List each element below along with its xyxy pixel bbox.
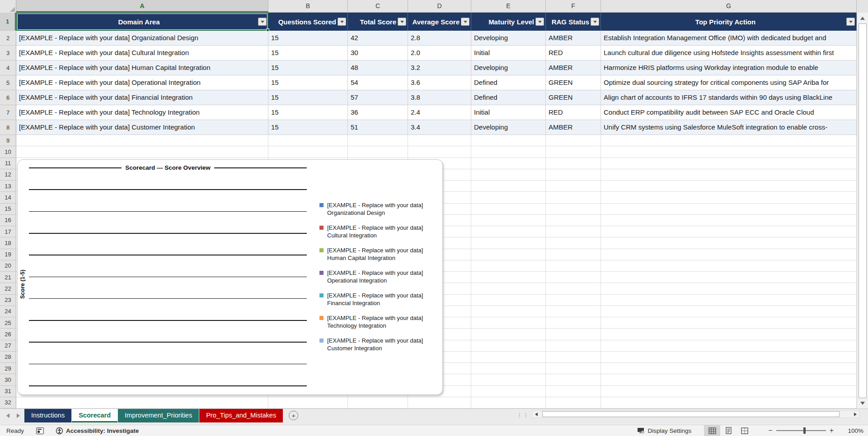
sheet-tab-pro_tips_and_mistakes[interactable]: Pro_Tips_and_Mistakes	[199, 409, 283, 422]
scroll-up-button[interactable]	[858, 14, 867, 23]
legend-item[interactable]: [EXAMPLE - Replace with your data]Operat…	[319, 269, 438, 284]
cell-D4[interactable]: 3.2	[408, 60, 471, 75]
legend-item[interactable]: [EXAMPLE - Replace with your data]Human …	[319, 246, 438, 262]
cell-E7[interactable]: Initial	[471, 105, 546, 120]
previous-sheet-button[interactable]	[6, 413, 9, 418]
cell-F6[interactable]: GREEN	[546, 90, 601, 105]
row-header-9[interactable]: 9	[0, 135, 16, 146]
chart-legend[interactable]: [EXAMPLE - Replace with your data]Organi…	[319, 201, 438, 359]
new-sheet-button[interactable]: +	[289, 411, 298, 420]
row-header-12[interactable]: 12	[0, 169, 16, 181]
table-row[interactable]: [EXAMPLE - Replace with your data] Cultu…	[16, 46, 857, 60]
row-header-6[interactable]: 6	[0, 90, 16, 105]
column-header-G[interactable]: G	[601, 0, 857, 12]
cell-G5[interactable]: Optimize dual sourcing strategy for crit…	[601, 75, 857, 90]
row-header-27[interactable]: 27	[0, 340, 16, 352]
zoom-out-button[interactable]: −	[765, 427, 776, 435]
row-header-31[interactable]: 31	[0, 386, 16, 397]
cell-B6[interactable]: 15	[268, 90, 348, 105]
legend-item[interactable]: [EXAMPLE - Replace with your data]Techno…	[319, 314, 438, 329]
row-header-5[interactable]: 5	[0, 75, 16, 90]
sheet-tab-improvement_priorities[interactable]: Improvement_Priorities	[118, 409, 199, 422]
cell-C4[interactable]: 48	[348, 60, 408, 75]
column-header-E[interactable]: E	[471, 0, 546, 12]
row-header-30[interactable]: 30	[0, 374, 16, 385]
header-cell-B[interactable]: Questions Scored	[268, 13, 348, 31]
horizontal-scrollbar[interactable]	[532, 410, 860, 418]
column-header-C[interactable]: C	[348, 0, 408, 12]
row-header-10[interactable]: 10	[0, 146, 16, 158]
cell-B5[interactable]: 15	[268, 75, 348, 90]
worksheet-grid[interactable]: Domain AreaQuestions ScoredTotal ScoreAv…	[16, 13, 857, 408]
cell-E6[interactable]: Defined	[471, 90, 546, 105]
cell-A6[interactable]: [EXAMPLE - Replace with your data] Finan…	[16, 90, 268, 105]
filter-dropdown-G[interactable]	[846, 18, 855, 26]
header-cell-C[interactable]: Total Score	[348, 13, 408, 31]
scorecard-chart[interactable]: Scorecard — Score Overview Score (1-5) […	[17, 159, 443, 395]
select-all-corner[interactable]	[0, 0, 16, 13]
header-cell-D[interactable]: Average Score	[408, 13, 471, 31]
row-header-28[interactable]: 28	[0, 352, 16, 363]
cell-E8[interactable]: Developing	[471, 120, 546, 135]
cell-B3[interactable]: 15	[268, 46, 348, 60]
row-header-17[interactable]: 17	[0, 226, 16, 237]
cell-C8[interactable]: 51	[348, 120, 408, 135]
cell-F5[interactable]: GREEN	[546, 75, 601, 90]
cell-D2[interactable]: 2.8	[408, 31, 471, 46]
column-header-B[interactable]: B	[268, 0, 348, 12]
vertical-scrollbar-thumb[interactable]	[859, 23, 867, 398]
header-cell-G[interactable]: Top Priority Action	[601, 13, 857, 31]
row-header-19[interactable]: 19	[0, 249, 16, 260]
cell-G6[interactable]: Align chart of accounts to IFRS 17 stand…	[601, 90, 857, 105]
cell-D6[interactable]: 3.8	[408, 90, 471, 105]
cell-G2[interactable]: Establish Integration Management Office …	[601, 31, 857, 46]
row-header-4[interactable]: 4	[0, 60, 16, 75]
header-cell-A[interactable]: Domain Area	[16, 13, 268, 31]
cell-G4[interactable]: Harmonize HRIS platforms using Workday i…	[601, 60, 857, 75]
cell-C6[interactable]: 57	[348, 90, 408, 105]
cell-D7[interactable]: 2.4	[408, 105, 471, 120]
cell-F4[interactable]: AMBER	[546, 60, 601, 75]
macro-record-icon[interactable]	[36, 427, 44, 434]
row-header-7[interactable]: 7	[0, 105, 16, 120]
zoom-in-button[interactable]: +	[826, 427, 837, 435]
cell-D3[interactable]: 2.0	[408, 46, 471, 60]
column-header-D[interactable]: D	[408, 0, 471, 12]
scroll-left-button[interactable]	[532, 411, 540, 417]
cell-E5[interactable]: Defined	[471, 75, 546, 90]
header-cell-F[interactable]: RAG Status	[546, 13, 601, 31]
page-layout-view-button[interactable]	[720, 425, 737, 436]
accessibility-status[interactable]: Accessibility: Investigate	[56, 427, 139, 435]
row-header-13[interactable]: 13	[0, 181, 16, 192]
zoom-slider-track[interactable]	[776, 430, 826, 431]
cell-A2[interactable]: [EXAMPLE - Replace with your data] Organ…	[16, 31, 268, 46]
cell-D5[interactable]: 3.6	[408, 75, 471, 90]
table-row[interactable]: [EXAMPLE - Replace with your data] Techn…	[16, 105, 857, 120]
row-header-26[interactable]: 26	[0, 329, 16, 340]
zoom-slider[interactable]: − +	[765, 427, 837, 435]
cell-B2[interactable]: 15	[268, 31, 348, 46]
legend-item[interactable]: [EXAMPLE - Replace with your data]Organi…	[319, 201, 438, 217]
legend-item[interactable]: [EXAMPLE - Replace with your data]Cultur…	[319, 224, 438, 239]
row-header-2[interactable]: 2	[0, 31, 16, 46]
cell-F3[interactable]: RED	[546, 46, 601, 60]
row-header-3[interactable]: 3	[0, 46, 16, 60]
row-header-14[interactable]: 14	[0, 192, 16, 203]
row-header-25[interactable]: 25	[0, 317, 16, 329]
sheet-tab-scorecard[interactable]: Scorecard	[72, 409, 117, 422]
row-header-29[interactable]: 29	[0, 363, 16, 374]
table-row[interactable]: [EXAMPLE - Replace with your data] Custo…	[16, 120, 857, 135]
cell-F2[interactable]: AMBER	[546, 31, 601, 46]
horizontal-scrollbar-thumb[interactable]	[542, 411, 840, 417]
cell-G8[interactable]: Unify CRM systems using Salesforce MuleS…	[601, 120, 857, 135]
cell-E4[interactable]: Developing	[471, 60, 546, 75]
page-break-preview-button[interactable]	[737, 425, 753, 436]
cell-E2[interactable]: Developing	[471, 31, 546, 46]
table-row[interactable]: [EXAMPLE - Replace with your data] Opera…	[16, 75, 857, 90]
legend-item[interactable]: [EXAMPLE - Replace with your data]Financ…	[319, 292, 438, 307]
scroll-down-button[interactable]	[858, 399, 867, 408]
filter-dropdown-E[interactable]	[535, 18, 544, 26]
cell-C2[interactable]: 42	[348, 31, 408, 46]
row-header-11[interactable]: 11	[0, 158, 16, 169]
table-row[interactable]: [EXAMPLE - Replace with your data] Human…	[16, 60, 857, 75]
